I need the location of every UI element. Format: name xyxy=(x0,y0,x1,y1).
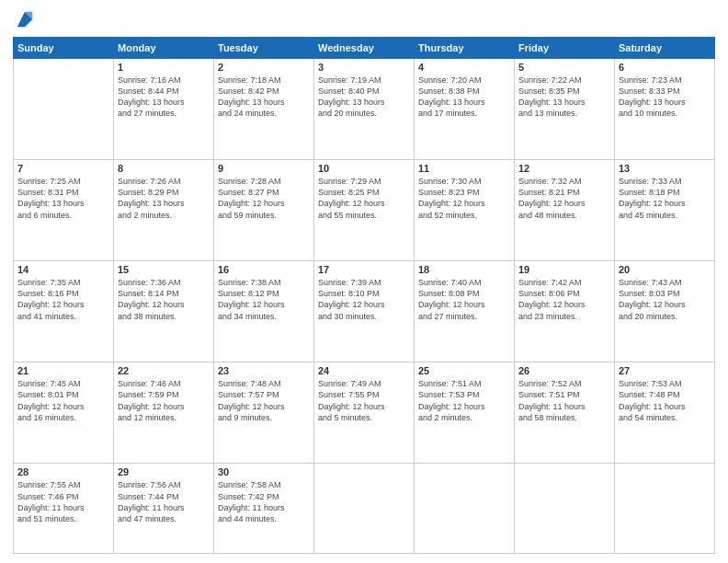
day-number: 30 xyxy=(218,466,310,477)
day-number: 11 xyxy=(418,163,510,174)
calendar-cell: 23Sunrise: 7:48 AM Sunset: 7:57 PM Dayli… xyxy=(214,362,314,464)
day-number: 21 xyxy=(17,365,109,376)
calendar-cell: 3Sunrise: 7:19 AM Sunset: 8:40 PM Daylig… xyxy=(314,59,415,160)
day-number: 6 xyxy=(619,62,711,73)
page: Sunday Monday Tuesday Wednesday Thursday… xyxy=(0,0,728,563)
cell-info: Sunrise: 7:58 AM Sunset: 7:42 PM Dayligh… xyxy=(218,479,310,524)
week-row: 1Sunrise: 7:16 AM Sunset: 8:44 PM Daylig… xyxy=(14,59,715,160)
day-number: 13 xyxy=(619,163,711,174)
calendar-cell: 27Sunrise: 7:53 AM Sunset: 7:48 PM Dayli… xyxy=(615,362,715,464)
cell-info: Sunrise: 7:39 AM Sunset: 8:10 PM Dayligh… xyxy=(318,277,410,322)
day-number: 4 xyxy=(418,62,510,73)
cell-info: Sunrise: 7:19 AM Sunset: 8:40 PM Dayligh… xyxy=(318,75,410,120)
calendar-cell: 9Sunrise: 7:28 AM Sunset: 8:27 PM Daylig… xyxy=(214,160,314,261)
day-number: 5 xyxy=(518,62,610,73)
cell-info: Sunrise: 7:46 AM Sunset: 7:59 PM Dayligh… xyxy=(118,378,210,423)
calendar-cell: 13Sunrise: 7:33 AM Sunset: 8:18 PM Dayli… xyxy=(615,160,715,261)
cell-info: Sunrise: 7:56 AM Sunset: 7:44 PM Dayligh… xyxy=(118,479,210,524)
calendar-cell: 28Sunrise: 7:55 AM Sunset: 7:46 PM Dayli… xyxy=(14,464,114,554)
weekday-header-row: Sunday Monday Tuesday Wednesday Thursday… xyxy=(14,38,715,59)
header-thursday: Thursday xyxy=(415,38,515,59)
cell-info: Sunrise: 7:23 AM Sunset: 8:33 PM Dayligh… xyxy=(619,75,711,120)
day-number: 29 xyxy=(118,466,210,477)
cell-info: Sunrise: 7:52 AM Sunset: 7:51 PM Dayligh… xyxy=(518,378,610,423)
calendar-cell: 15Sunrise: 7:36 AM Sunset: 8:14 PM Dayli… xyxy=(114,261,214,362)
calendar-cell xyxy=(515,464,615,554)
cell-info: Sunrise: 7:40 AM Sunset: 8:08 PM Dayligh… xyxy=(418,277,510,322)
header-wednesday: Wednesday xyxy=(314,38,415,59)
cell-info: Sunrise: 7:18 AM Sunset: 8:42 PM Dayligh… xyxy=(218,75,310,120)
day-number: 26 xyxy=(518,365,610,376)
header-monday: Monday xyxy=(114,38,214,59)
cell-info: Sunrise: 7:33 AM Sunset: 8:18 PM Dayligh… xyxy=(619,176,711,221)
calendar-cell: 26Sunrise: 7:52 AM Sunset: 7:51 PM Dayli… xyxy=(515,362,615,464)
cell-info: Sunrise: 7:36 AM Sunset: 8:14 PM Dayligh… xyxy=(118,277,210,322)
cell-info: Sunrise: 7:43 AM Sunset: 8:03 PM Dayligh… xyxy=(619,277,711,322)
calendar-cell: 1Sunrise: 7:16 AM Sunset: 8:44 PM Daylig… xyxy=(114,59,214,160)
day-number: 22 xyxy=(118,365,210,376)
calendar-cell: 5Sunrise: 7:22 AM Sunset: 8:35 PM Daylig… xyxy=(515,59,615,160)
cell-info: Sunrise: 7:49 AM Sunset: 7:55 PM Dayligh… xyxy=(318,378,410,423)
calendar-cell xyxy=(615,464,715,554)
day-number: 8 xyxy=(118,163,210,174)
week-row: 21Sunrise: 7:45 AM Sunset: 8:01 PM Dayli… xyxy=(14,362,715,464)
calendar-cell: 18Sunrise: 7:40 AM Sunset: 8:08 PM Dayli… xyxy=(415,261,515,362)
logo-icon xyxy=(15,9,35,29)
cell-info: Sunrise: 7:16 AM Sunset: 8:44 PM Dayligh… xyxy=(118,75,210,120)
calendar-cell xyxy=(14,59,114,160)
calendar-cell: 14Sunrise: 7:35 AM Sunset: 8:16 PM Dayli… xyxy=(14,261,114,362)
cell-info: Sunrise: 7:20 AM Sunset: 8:38 PM Dayligh… xyxy=(418,75,510,120)
cell-info: Sunrise: 7:26 AM Sunset: 8:29 PM Dayligh… xyxy=(118,176,210,221)
calendar-cell: 7Sunrise: 7:25 AM Sunset: 8:31 PM Daylig… xyxy=(14,160,114,261)
cell-info: Sunrise: 7:48 AM Sunset: 7:57 PM Dayligh… xyxy=(218,378,310,423)
header-saturday: Saturday xyxy=(615,38,715,59)
calendar-cell: 29Sunrise: 7:56 AM Sunset: 7:44 PM Dayli… xyxy=(114,464,214,554)
day-number: 9 xyxy=(218,163,310,174)
cell-info: Sunrise: 7:29 AM Sunset: 8:25 PM Dayligh… xyxy=(318,176,410,221)
cell-info: Sunrise: 7:38 AM Sunset: 8:12 PM Dayligh… xyxy=(218,277,310,322)
calendar-cell: 4Sunrise: 7:20 AM Sunset: 8:38 PM Daylig… xyxy=(415,59,515,160)
calendar-cell: 10Sunrise: 7:29 AM Sunset: 8:25 PM Dayli… xyxy=(314,160,415,261)
cell-info: Sunrise: 7:28 AM Sunset: 8:27 PM Dayligh… xyxy=(218,176,310,221)
cell-info: Sunrise: 7:42 AM Sunset: 8:06 PM Dayligh… xyxy=(518,277,610,322)
calendar-cell: 17Sunrise: 7:39 AM Sunset: 8:10 PM Dayli… xyxy=(314,261,415,362)
cell-info: Sunrise: 7:30 AM Sunset: 8:23 PM Dayligh… xyxy=(418,176,510,221)
cell-info: Sunrise: 7:32 AM Sunset: 8:21 PM Dayligh… xyxy=(518,176,610,221)
calendar-cell: 30Sunrise: 7:58 AM Sunset: 7:42 PM Dayli… xyxy=(214,464,314,554)
week-row: 14Sunrise: 7:35 AM Sunset: 8:16 PM Dayli… xyxy=(14,261,715,362)
calendar-cell: 12Sunrise: 7:32 AM Sunset: 8:21 PM Dayli… xyxy=(515,160,615,261)
cell-info: Sunrise: 7:51 AM Sunset: 7:53 PM Dayligh… xyxy=(418,378,510,423)
day-number: 14 xyxy=(17,264,109,275)
cell-info: Sunrise: 7:53 AM Sunset: 7:48 PM Dayligh… xyxy=(619,378,711,423)
day-number: 28 xyxy=(17,466,109,477)
header-friday: Friday xyxy=(515,38,615,59)
cell-info: Sunrise: 7:45 AM Sunset: 8:01 PM Dayligh… xyxy=(17,378,109,423)
day-number: 19 xyxy=(518,264,610,275)
day-number: 1 xyxy=(118,62,210,73)
calendar-cell: 11Sunrise: 7:30 AM Sunset: 8:23 PM Dayli… xyxy=(415,160,515,261)
cell-info: Sunrise: 7:22 AM Sunset: 8:35 PM Dayligh… xyxy=(518,75,610,120)
day-number: 16 xyxy=(218,264,310,275)
day-number: 25 xyxy=(418,365,510,376)
header xyxy=(13,9,715,29)
day-number: 7 xyxy=(17,163,109,174)
calendar-cell: 25Sunrise: 7:51 AM Sunset: 7:53 PM Dayli… xyxy=(415,362,515,464)
header-sunday: Sunday xyxy=(14,38,114,59)
day-number: 18 xyxy=(418,264,510,275)
day-number: 23 xyxy=(218,365,310,376)
header-tuesday: Tuesday xyxy=(214,38,314,59)
day-number: 10 xyxy=(318,163,410,174)
week-row: 28Sunrise: 7:55 AM Sunset: 7:46 PM Dayli… xyxy=(14,464,715,554)
calendar-cell: 21Sunrise: 7:45 AM Sunset: 8:01 PM Dayli… xyxy=(14,362,114,464)
calendar-cell xyxy=(314,464,415,554)
calendar-cell: 6Sunrise: 7:23 AM Sunset: 8:33 PM Daylig… xyxy=(615,59,715,160)
calendar-cell: 22Sunrise: 7:46 AM Sunset: 7:59 PM Dayli… xyxy=(114,362,214,464)
day-number: 15 xyxy=(118,264,210,275)
calendar-cell: 2Sunrise: 7:18 AM Sunset: 8:42 PM Daylig… xyxy=(214,59,314,160)
calendar-table: Sunday Monday Tuesday Wednesday Thursday… xyxy=(13,37,715,554)
calendar-cell: 19Sunrise: 7:42 AM Sunset: 8:06 PM Dayli… xyxy=(515,261,615,362)
calendar-cell: 16Sunrise: 7:38 AM Sunset: 8:12 PM Dayli… xyxy=(214,261,314,362)
cell-info: Sunrise: 7:55 AM Sunset: 7:46 PM Dayligh… xyxy=(17,479,109,524)
day-number: 20 xyxy=(619,264,711,275)
day-number: 24 xyxy=(318,365,410,376)
